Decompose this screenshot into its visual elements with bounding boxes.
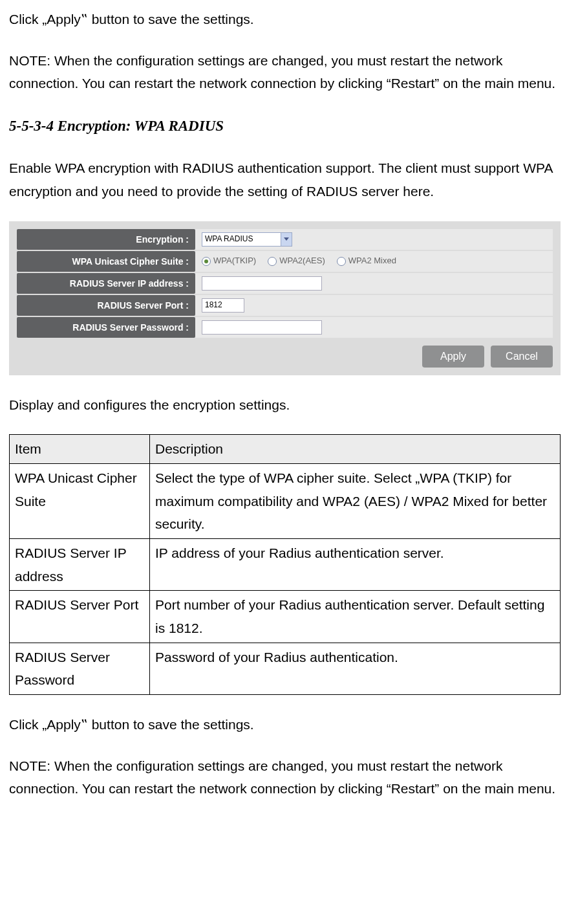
description-table: Item Description WPA Unicast Cipher Suit…	[9, 434, 561, 695]
label-encryption: Encryption :	[17, 229, 195, 250]
label-radius-ip: RADIUS Server IP address :	[17, 273, 195, 294]
field-radius-port: 1812	[195, 295, 553, 316]
cell-desc: IP address of your Radius authentication…	[150, 538, 561, 590]
row-radius-port: RADIUS Server Port : 1812	[17, 295, 553, 316]
field-radius-password	[195, 317, 553, 338]
radio-wpa2-aes[interactable]: WPA2(AES)	[268, 254, 325, 268]
radio-icon	[268, 257, 277, 266]
field-cipher: WPA(TKIP) WPA2(AES) WPA2 Mixed	[195, 251, 553, 272]
radio-label: WPA2(AES)	[279, 254, 325, 268]
table-row: RADIUS Server Password Password of your …	[10, 643, 561, 694]
cell-item: WPA Unicast Cipher Suite	[10, 463, 150, 538]
radio-icon	[202, 257, 211, 266]
table-row: RADIUS Server Port Port number of your R…	[10, 591, 561, 643]
row-encryption: Encryption : WPA RADIUS	[17, 229, 553, 250]
chevron-down-icon	[284, 237, 289, 241]
apply-instruction-top: Click „Apply‟ button to save the setting…	[9, 8, 561, 31]
encryption-select-value: WPA RADIUS	[205, 232, 253, 245]
field-radius-ip	[195, 273, 553, 294]
apply-button[interactable]: Apply	[422, 346, 484, 368]
radius-port-input[interactable]: 1812	[202, 298, 244, 313]
label-cipher: WPA Unicast Cipher Suite :	[17, 251, 195, 272]
cancel-button[interactable]: Cancel	[491, 346, 553, 368]
cell-desc: Password of your Radius authentication.	[150, 643, 561, 694]
table-intro: Display and configures the encryption se…	[9, 393, 561, 417]
radio-icon	[337, 257, 346, 266]
cell-desc: Port number of your Radius authenticatio…	[150, 591, 561, 643]
cell-desc: Select the type of WPA cipher suite. Sel…	[150, 463, 561, 538]
restart-note-bottom: NOTE: When the configuration settings ar…	[9, 754, 561, 800]
row-radius-password: RADIUS Server Password :	[17, 317, 553, 338]
radio-wpa-tkip[interactable]: WPA(TKIP)	[202, 254, 256, 268]
radio-label: WPA2 Mixed	[348, 254, 396, 268]
section-intro: Enable WPA encryption with RADIUS authen…	[9, 157, 561, 203]
apply-instruction-bottom: Click „Apply‟ button to save the setting…	[9, 713, 561, 736]
row-cipher: WPA Unicast Cipher Suite : WPA(TKIP) WPA…	[17, 251, 553, 272]
header-item: Item	[10, 435, 150, 464]
radio-label: WPA(TKIP)	[213, 254, 256, 268]
table-row: WPA Unicast Cipher Suite Select the type…	[10, 463, 561, 538]
radius-ip-input[interactable]	[202, 276, 322, 291]
radius-password-input[interactable]	[202, 320, 322, 335]
button-row: Apply Cancel	[17, 346, 553, 368]
section-heading: 5-5-3-4 Encryption: WPA RADIUS	[9, 113, 561, 138]
cell-item: RADIUS Server Port	[10, 591, 150, 643]
field-encryption: WPA RADIUS	[195, 229, 553, 250]
cell-item: RADIUS Server Password	[10, 643, 150, 694]
header-description: Description	[150, 435, 561, 464]
label-radius-password: RADIUS Server Password :	[17, 317, 195, 338]
cell-item: RADIUS Server IP address	[10, 538, 150, 590]
encryption-select[interactable]: WPA RADIUS	[202, 232, 292, 247]
row-radius-ip: RADIUS Server IP address :	[17, 273, 553, 294]
table-row: RADIUS Server IP address IP address of y…	[10, 538, 561, 590]
settings-panel: Encryption : WPA RADIUS WPA Unicast Ciph…	[9, 221, 561, 375]
restart-note-top: NOTE: When the configuration settings ar…	[9, 49, 561, 95]
radio-wpa2-mixed[interactable]: WPA2 Mixed	[337, 254, 396, 268]
label-radius-port: RADIUS Server Port :	[17, 295, 195, 316]
table-header-row: Item Description	[10, 435, 561, 464]
